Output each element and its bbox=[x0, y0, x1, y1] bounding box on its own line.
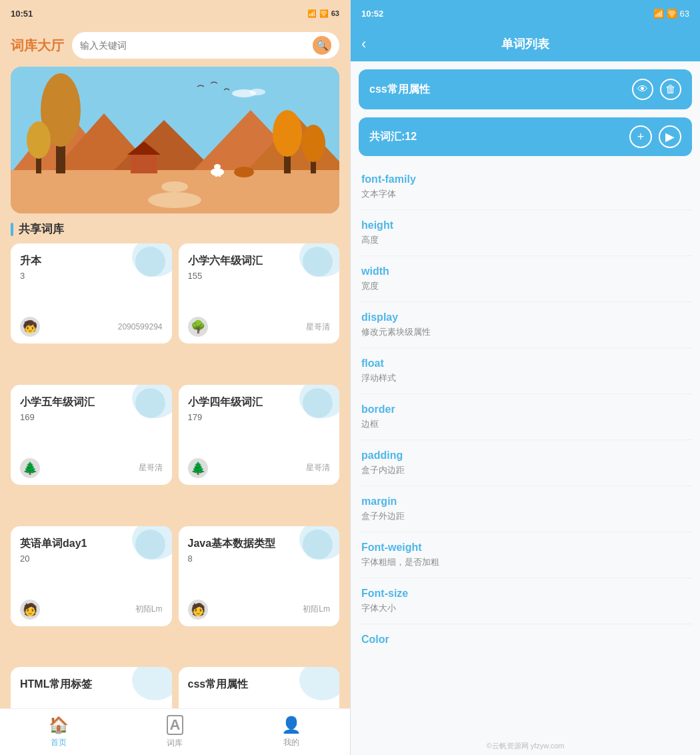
word-en-8: margin bbox=[361, 496, 689, 508]
card-footer-5: 🧑 初陌Lm bbox=[20, 600, 163, 620]
card-count-4: 179 bbox=[188, 412, 331, 422]
card-count-6: 8 bbox=[188, 554, 331, 564]
word-list-header: css常用属性 👁 🗑 bbox=[359, 69, 692, 109]
watermark: ©云帆资源网 yfzyw.com bbox=[351, 737, 700, 755]
word-item-5[interactable]: float 浮动样式 bbox=[359, 348, 692, 394]
page-title: 单词列表 bbox=[501, 36, 549, 52]
card-5[interactable]: 英语单词day1 20 🧑 初陌Lm bbox=[11, 526, 172, 626]
search-box[interactable]: 🔍 bbox=[72, 32, 339, 59]
word-en-10: Font-size bbox=[361, 588, 689, 600]
wifi-icon-right: 🛜 bbox=[667, 9, 677, 19]
home-icon: 🏠 bbox=[49, 716, 69, 734]
word-zh-10: 字体大小 bbox=[361, 602, 689, 614]
nav-vocab-label: 词库 bbox=[167, 738, 183, 749]
vocab-icon: A bbox=[167, 715, 184, 735]
word-item-3[interactable]: width 宽度 bbox=[359, 256, 692, 302]
word-item-11[interactable]: Color bbox=[359, 624, 692, 658]
word-en-1: font-family bbox=[361, 173, 689, 185]
word-en-11: Color bbox=[361, 634, 689, 646]
back-button[interactable]: ‹ bbox=[361, 35, 366, 53]
word-list-actions: 👁 🗑 bbox=[632, 79, 681, 100]
mine-icon: 👤 bbox=[281, 716, 301, 734]
word-en-7: padding bbox=[361, 450, 689, 462]
word-item-2[interactable]: height 高度 bbox=[359, 210, 692, 256]
card-content-8: css常用属性 bbox=[179, 667, 340, 701]
nav-vocab[interactable]: A 词库 bbox=[167, 715, 184, 749]
nav-mine[interactable]: 👤 我的 bbox=[281, 716, 301, 748]
card-2[interactable]: 小学六年级词汇 155 🌳 星哥清 bbox=[179, 243, 340, 343]
card-author-2: 星哥清 bbox=[306, 321, 330, 333]
word-en-5: float bbox=[361, 357, 689, 369]
search-icon: 🔍 bbox=[317, 40, 328, 51]
avatar-6: 🧑 bbox=[188, 600, 208, 620]
card-1[interactable]: 升本 3 🧒 2090599294 bbox=[11, 243, 172, 343]
word-zh-5: 浮动样式 bbox=[361, 372, 689, 384]
search-input[interactable] bbox=[80, 40, 307, 51]
word-zh-1: 文本字体 bbox=[361, 188, 689, 200]
card-3[interactable]: 小学五年级词汇 169 🌲 星哥清 bbox=[11, 385, 172, 485]
word-en-2: height bbox=[361, 219, 689, 231]
status-bar-right: 10:52 📶 🛜 63 bbox=[351, 0, 700, 27]
section-title: 共享词库 bbox=[0, 221, 350, 243]
card-content-3: 小学五年级词汇 169 bbox=[11, 385, 172, 429]
card-author-5: 初陌Lm bbox=[135, 604, 163, 615]
card-6[interactable]: Java基本数据类型 8 🧑 初陌Lm bbox=[179, 526, 340, 626]
word-item-1[interactable]: font-family 文本字体 bbox=[359, 164, 692, 210]
nav-mine-label: 我的 bbox=[283, 737, 299, 748]
card-count-1: 3 bbox=[20, 271, 163, 281]
svg-point-25 bbox=[234, 167, 254, 177]
card-author-4: 星哥清 bbox=[306, 462, 330, 474]
svg-point-24 bbox=[301, 125, 325, 162]
vocab-count-bar: 共词汇:12 + ▶ bbox=[359, 117, 692, 156]
card-content-4: 小学四年级词汇 179 bbox=[179, 385, 340, 429]
card-footer-6: 🧑 初陌Lm bbox=[188, 600, 331, 620]
word-item-8[interactable]: margin 盒子外边距 bbox=[359, 486, 692, 532]
svg-point-9 bbox=[148, 192, 201, 208]
card-4[interactable]: 小学四年级词汇 179 🌲 星哥清 bbox=[179, 385, 340, 485]
word-list: font-family 文本字体 height 高度 width 宽度 disp… bbox=[351, 164, 700, 737]
status-icons-right: 📶 🛜 63 bbox=[653, 9, 689, 19]
battery-icon-right: 63 bbox=[680, 9, 689, 19]
word-zh-4: 修改元素块级属性 bbox=[361, 326, 689, 338]
banner-art bbox=[11, 67, 339, 213]
card-author-6: 初陌Lm bbox=[303, 604, 330, 615]
card-footer-4: 🌲 星哥清 bbox=[188, 458, 331, 478]
word-zh-6: 边框 bbox=[361, 418, 689, 430]
avatar-3: 🌲 bbox=[20, 458, 40, 478]
word-list-title: css常用属性 bbox=[369, 83, 430, 97]
svg-point-22 bbox=[273, 110, 302, 157]
avatar-4: 🌲 bbox=[188, 458, 208, 478]
card-count-2: 155 bbox=[188, 271, 331, 281]
eye-button[interactable]: 👁 bbox=[632, 79, 653, 100]
card-content-6: Java基本数据类型 8 bbox=[179, 526, 340, 570]
word-item-4[interactable]: display 修改元素块级属性 bbox=[359, 302, 692, 348]
card-count-3: 169 bbox=[20, 412, 163, 422]
word-item-9[interactable]: Font-weight 字体粗细，是否加粗 bbox=[359, 532, 692, 578]
nav-home-label: 首页 bbox=[51, 737, 67, 748]
play-button[interactable]: ▶ bbox=[659, 125, 681, 148]
svg-point-10 bbox=[161, 181, 188, 192]
status-bar-left: 10:51 📶 🛜 63 bbox=[0, 0, 350, 27]
word-zh-8: 盒子外边距 bbox=[361, 510, 689, 522]
word-zh-9: 字体粗细，是否加粗 bbox=[361, 556, 689, 568]
time-right: 10:52 bbox=[361, 9, 383, 19]
word-item-10[interactable]: Font-size 字体大小 bbox=[359, 578, 692, 624]
section-bar bbox=[11, 223, 13, 236]
add-word-button[interactable]: + bbox=[629, 125, 652, 148]
nav-home[interactable]: 🏠 首页 bbox=[49, 716, 69, 748]
card-footer-1: 🧒 2090599294 bbox=[20, 317, 163, 337]
time-left: 10:51 bbox=[11, 9, 33, 19]
card-content-7: HTML常用标签 bbox=[11, 667, 172, 701]
word-item-7[interactable]: padding 盒子内边距 bbox=[359, 440, 692, 486]
word-en-9: Font-weight bbox=[361, 542, 689, 554]
word-en-6: border bbox=[361, 404, 689, 416]
card-content-5: 英语单词day1 20 bbox=[11, 526, 172, 570]
delete-button[interactable]: 🗑 bbox=[660, 79, 681, 100]
delete-icon: 🗑 bbox=[665, 83, 676, 95]
card-name-7: HTML常用标签 bbox=[20, 678, 163, 692]
search-button[interactable]: 🔍 bbox=[313, 36, 331, 55]
word-zh-7: 盒子内边距 bbox=[361, 464, 689, 476]
svg-rect-15 bbox=[131, 153, 157, 173]
word-item-6[interactable]: border 边框 bbox=[359, 394, 692, 440]
card-name-8: css常用属性 bbox=[188, 678, 331, 692]
